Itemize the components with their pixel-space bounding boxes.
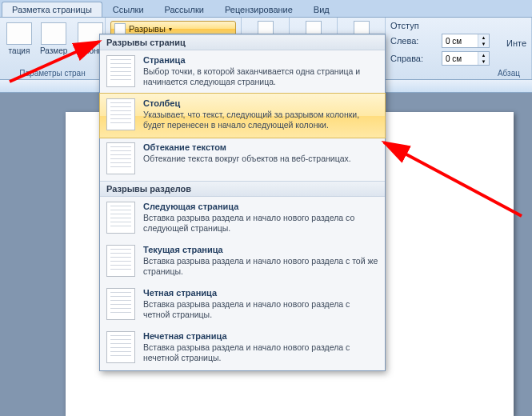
- indent-left-input[interactable]: [442, 37, 478, 46]
- dd-section-page-breaks: Разрывы страниц: [100, 34, 385, 50]
- dd-item-desc: Выбор точки, в которой заканчивается одн…: [143, 66, 378, 87]
- dd-item-title: Следующая страница: [143, 202, 378, 211]
- breaks-icon: [114, 23, 126, 34]
- dd-item-title: Нечетная страница: [143, 331, 378, 341]
- tab-references[interactable]: Ссылки: [102, 2, 154, 17]
- indent-title: Отступ: [390, 21, 526, 30]
- spin-down-icon[interactable]: ▼: [478, 41, 489, 47]
- dd-item-title: Текущая страница: [143, 245, 378, 254]
- breaks-label: Разрывы: [129, 24, 166, 34]
- dd-item-desc: Обтекание текста вокруг объектов на веб-…: [143, 154, 378, 164]
- dd-item-text-wrapping[interactable]: Обтекание текстом Обтекание текста вокру…: [100, 138, 385, 181]
- even-page-icon: [106, 288, 135, 320]
- dd-item-title: Обтекание текстом: [143, 142, 378, 152]
- column-break-icon: [106, 98, 135, 130]
- orientation-button[interactable]: тация: [5, 21, 34, 57]
- next-page-icon: [106, 202, 135, 234]
- tab-page-layout[interactable]: Разметка страницы: [2, 2, 102, 17]
- chevron-down-icon: ▾: [169, 26, 172, 33]
- spin-up-icon[interactable]: ▲: [478, 34, 489, 41]
- group-page-setup-label: Параметры стран: [5, 67, 100, 78]
- dd-section-section-breaks: Разрывы разделов: [100, 181, 385, 197]
- indent-left-spinner[interactable]: ▲▼: [442, 34, 490, 48]
- dd-item-continuous[interactable]: Текущая страница Вставка разрыва раздела…: [100, 240, 385, 283]
- indent-right-label: Справа:: [390, 54, 437, 63]
- dd-item-desc: Вставка разрыва раздела и начало нового …: [143, 213, 378, 234]
- dd-item-title: Страница: [143, 55, 378, 65]
- indent-right-spinner[interactable]: ▲▼: [442, 51, 490, 66]
- odd-page-icon: [106, 331, 135, 363]
- page-break-icon: [106, 55, 135, 87]
- size-label: Размер: [40, 46, 67, 55]
- size-icon: [41, 22, 66, 45]
- spin-down-icon[interactable]: ▼: [478, 58, 489, 65]
- dd-item-next-page[interactable]: Следующая страница Вставка разрыва разде…: [100, 197, 385, 240]
- indent-right-input[interactable]: [442, 54, 478, 63]
- dd-item-even-page[interactable]: Четная страница Вставка разрыва раздела …: [100, 283, 385, 326]
- breaks-dropdown-menu: Разрывы страниц Страница Выбор точки, в …: [99, 34, 386, 371]
- orientation-label: тация: [9, 46, 30, 55]
- continuous-icon: [106, 245, 135, 277]
- dd-item-title: Столбец: [143, 98, 378, 108]
- group-paragraph-label: Абзац: [390, 67, 526, 78]
- dd-item-page[interactable]: Страница Выбор точки, в которой заканчив…: [100, 50, 385, 94]
- spin-up-icon[interactable]: ▲: [478, 52, 489, 58]
- dd-item-desc: Вставка разрыва раздела и начало нового …: [143, 256, 378, 277]
- text-wrapping-icon: [106, 142, 135, 174]
- dd-item-odd-page[interactable]: Нечетная страница Вставка разрыва раздел…: [100, 326, 385, 370]
- size-button[interactable]: Размер: [38, 21, 69, 57]
- tab-review[interactable]: Рецензирование: [214, 2, 303, 17]
- ribbon-tabs: Разметка страницы Ссылки Рассылки Реценз…: [0, 0, 532, 18]
- dd-item-title: Четная страница: [143, 288, 378, 298]
- dd-item-desc: Вставка разрыва раздела и начало нового …: [143, 299, 378, 320]
- indent-left-label: Слева:: [390, 36, 437, 46]
- orientation-icon: [6, 22, 32, 45]
- dd-item-column[interactable]: Столбец Указывает, что текст, следующий …: [99, 93, 386, 138]
- tab-view[interactable]: Вид: [303, 2, 340, 17]
- tab-mailings[interactable]: Рассылки: [154, 2, 214, 17]
- dd-item-desc: Указывает, что текст, следующий за разры…: [143, 110, 378, 130]
- dd-item-desc: Вставка разрыва раздела и начало нового …: [143, 342, 378, 363]
- interval-title: Инте: [506, 38, 526, 48]
